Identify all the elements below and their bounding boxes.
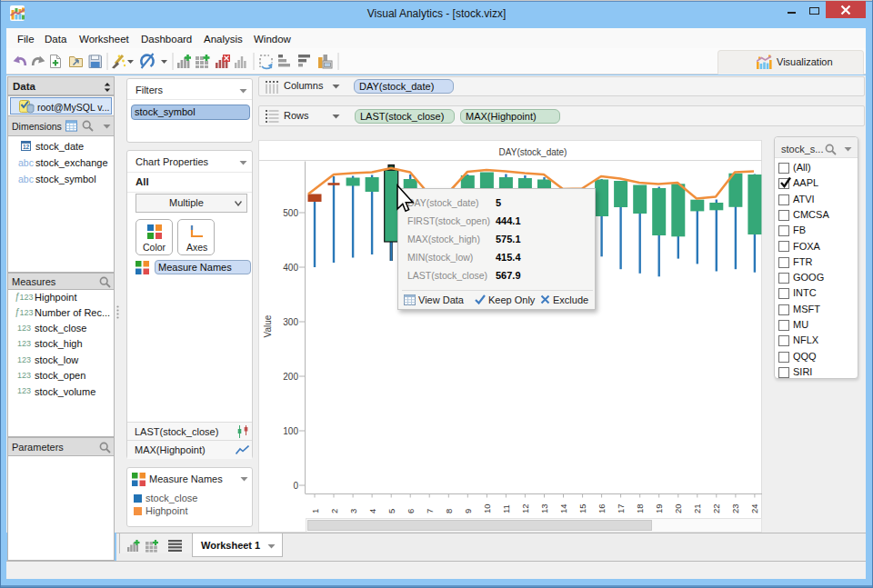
svg-text:23: 23	[730, 503, 740, 513]
svg-text:300: 300	[283, 317, 298, 327]
svg-text:8: 8	[444, 509, 454, 513]
svg-text:20: 20	[673, 503, 683, 513]
svg-text:DAY(stock_date): DAY(stock_date)	[499, 147, 567, 157]
svg-text:19: 19	[654, 503, 664, 513]
svg-text:7: 7	[425, 509, 435, 513]
svg-text:12: 12	[23, 144, 30, 150]
svg-text:3: 3	[348, 509, 358, 513]
svg-text:22: 22	[711, 503, 721, 513]
svg-text:16: 16	[597, 503, 607, 513]
svg-text:100: 100	[283, 426, 298, 436]
svg-text:5: 5	[386, 509, 396, 513]
svg-text:15: 15	[577, 503, 587, 513]
svg-text:12: 12	[520, 503, 530, 513]
svg-text:18: 18	[635, 503, 645, 513]
svg-text:500: 500	[283, 208, 298, 218]
svg-text:10: 10	[482, 503, 492, 513]
svg-text:0: 0	[293, 481, 298, 491]
svg-text:400: 400	[283, 263, 298, 273]
svg-text:Value: Value	[263, 314, 273, 337]
svg-text:11: 11	[501, 504, 511, 513]
svg-text:6: 6	[406, 509, 416, 513]
svg-text:9: 9	[463, 509, 473, 513]
svg-text:4: 4	[367, 509, 377, 513]
svg-text:17: 17	[616, 503, 626, 513]
svg-text:200: 200	[283, 372, 298, 382]
svg-text:21: 21	[692, 503, 702, 513]
svg-text:24: 24	[749, 503, 759, 513]
svg-text:2: 2	[329, 509, 339, 513]
svg-text:1: 1	[310, 509, 320, 513]
svg-text:13: 13	[539, 503, 549, 513]
svg-text:14: 14	[558, 503, 568, 513]
